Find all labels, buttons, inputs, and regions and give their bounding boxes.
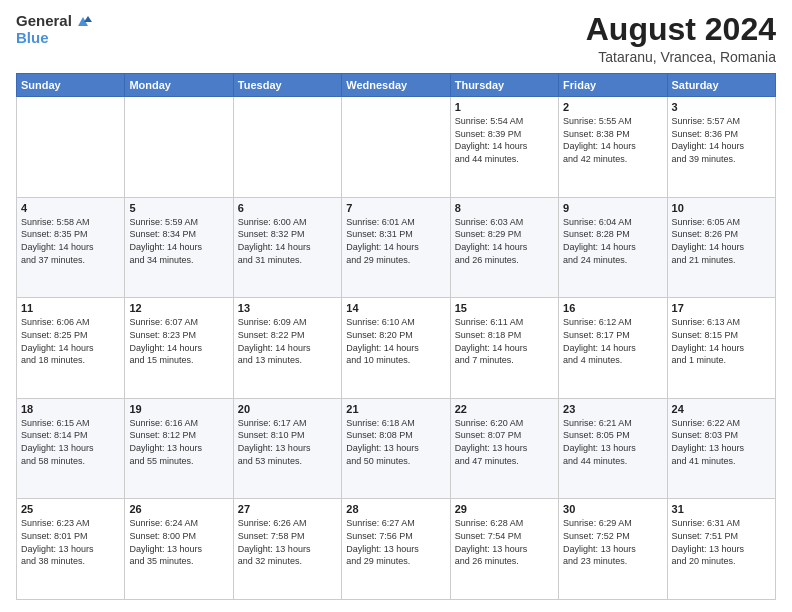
col-friday: Friday: [559, 74, 667, 97]
calendar-cell: 7Sunrise: 6:01 AM Sunset: 8:31 PM Daylig…: [342, 197, 450, 298]
day-info: Sunrise: 6:03 AM Sunset: 8:29 PM Dayligh…: [455, 216, 554, 266]
day-number: 23: [563, 403, 662, 415]
calendar-cell: 15Sunrise: 6:11 AM Sunset: 8:18 PM Dayli…: [450, 298, 558, 399]
day-number: 8: [455, 202, 554, 214]
day-number: 21: [346, 403, 445, 415]
calendar-cell: 1Sunrise: 5:54 AM Sunset: 8:39 PM Daylig…: [450, 97, 558, 198]
day-info: Sunrise: 6:12 AM Sunset: 8:17 PM Dayligh…: [563, 316, 662, 366]
day-info: Sunrise: 6:05 AM Sunset: 8:26 PM Dayligh…: [672, 216, 771, 266]
day-number: 29: [455, 503, 554, 515]
calendar-cell: 27Sunrise: 6:26 AM Sunset: 7:58 PM Dayli…: [233, 499, 341, 600]
page: General Blue August 2024 Tataranu, Vranc…: [0, 0, 792, 612]
calendar-cell: 16Sunrise: 6:12 AM Sunset: 8:17 PM Dayli…: [559, 298, 667, 399]
day-number: 15: [455, 302, 554, 314]
day-number: 14: [346, 302, 445, 314]
calendar-cell: 28Sunrise: 6:27 AM Sunset: 7:56 PM Dayli…: [342, 499, 450, 600]
week-row-1: 1Sunrise: 5:54 AM Sunset: 8:39 PM Daylig…: [17, 97, 776, 198]
calendar-cell: 13Sunrise: 6:09 AM Sunset: 8:22 PM Dayli…: [233, 298, 341, 399]
calendar-cell: 9Sunrise: 6:04 AM Sunset: 8:28 PM Daylig…: [559, 197, 667, 298]
day-number: 10: [672, 202, 771, 214]
day-info: Sunrise: 6:26 AM Sunset: 7:58 PM Dayligh…: [238, 517, 337, 567]
day-info: Sunrise: 6:27 AM Sunset: 7:56 PM Dayligh…: [346, 517, 445, 567]
calendar-cell: 24Sunrise: 6:22 AM Sunset: 8:03 PM Dayli…: [667, 398, 775, 499]
calendar-cell: [233, 97, 341, 198]
day-number: 4: [21, 202, 120, 214]
calendar-cell: 12Sunrise: 6:07 AM Sunset: 8:23 PM Dayli…: [125, 298, 233, 399]
svg-marker-1: [84, 16, 92, 22]
week-row-2: 4Sunrise: 5:58 AM Sunset: 8:35 PM Daylig…: [17, 197, 776, 298]
calendar-cell: 4Sunrise: 5:58 AM Sunset: 8:35 PM Daylig…: [17, 197, 125, 298]
col-monday: Monday: [125, 74, 233, 97]
day-number: 17: [672, 302, 771, 314]
day-info: Sunrise: 6:20 AM Sunset: 8:07 PM Dayligh…: [455, 417, 554, 467]
day-number: 31: [672, 503, 771, 515]
week-row-4: 18Sunrise: 6:15 AM Sunset: 8:14 PM Dayli…: [17, 398, 776, 499]
week-row-5: 25Sunrise: 6:23 AM Sunset: 8:01 PM Dayli…: [17, 499, 776, 600]
day-number: 3: [672, 101, 771, 113]
day-number: 24: [672, 403, 771, 415]
month-title: August 2024: [586, 12, 776, 47]
day-info: Sunrise: 6:16 AM Sunset: 8:12 PM Dayligh…: [129, 417, 228, 467]
day-info: Sunrise: 6:01 AM Sunset: 8:31 PM Dayligh…: [346, 216, 445, 266]
calendar-cell: [342, 97, 450, 198]
calendar-cell: 20Sunrise: 6:17 AM Sunset: 8:10 PM Dayli…: [233, 398, 341, 499]
day-info: Sunrise: 6:09 AM Sunset: 8:22 PM Dayligh…: [238, 316, 337, 366]
day-info: Sunrise: 6:13 AM Sunset: 8:15 PM Dayligh…: [672, 316, 771, 366]
calendar-cell: 26Sunrise: 6:24 AM Sunset: 8:00 PM Dayli…: [125, 499, 233, 600]
location-title: Tataranu, Vrancea, Romania: [586, 49, 776, 65]
day-info: Sunrise: 6:21 AM Sunset: 8:05 PM Dayligh…: [563, 417, 662, 467]
col-tuesday: Tuesday: [233, 74, 341, 97]
day-number: 11: [21, 302, 120, 314]
day-info: Sunrise: 6:29 AM Sunset: 7:52 PM Dayligh…: [563, 517, 662, 567]
day-number: 12: [129, 302, 228, 314]
logo: General Blue: [16, 12, 92, 47]
logo-general: General: [16, 13, 72, 30]
col-saturday: Saturday: [667, 74, 775, 97]
day-number: 22: [455, 403, 554, 415]
calendar-cell: 30Sunrise: 6:29 AM Sunset: 7:52 PM Dayli…: [559, 499, 667, 600]
day-number: 5: [129, 202, 228, 214]
day-info: Sunrise: 6:31 AM Sunset: 7:51 PM Dayligh…: [672, 517, 771, 567]
day-info: Sunrise: 6:07 AM Sunset: 8:23 PM Dayligh…: [129, 316, 228, 366]
day-info: Sunrise: 5:58 AM Sunset: 8:35 PM Dayligh…: [21, 216, 120, 266]
day-number: 18: [21, 403, 120, 415]
calendar-cell: 3Sunrise: 5:57 AM Sunset: 8:36 PM Daylig…: [667, 97, 775, 198]
calendar-cell: 23Sunrise: 6:21 AM Sunset: 8:05 PM Dayli…: [559, 398, 667, 499]
calendar-cell: 2Sunrise: 5:55 AM Sunset: 8:38 PM Daylig…: [559, 97, 667, 198]
day-number: 1: [455, 101, 554, 113]
day-number: 19: [129, 403, 228, 415]
calendar-cell: 5Sunrise: 5:59 AM Sunset: 8:34 PM Daylig…: [125, 197, 233, 298]
day-info: Sunrise: 6:24 AM Sunset: 8:00 PM Dayligh…: [129, 517, 228, 567]
calendar-cell: 6Sunrise: 6:00 AM Sunset: 8:32 PM Daylig…: [233, 197, 341, 298]
calendar-cell: 10Sunrise: 6:05 AM Sunset: 8:26 PM Dayli…: [667, 197, 775, 298]
calendar-table: Sunday Monday Tuesday Wednesday Thursday…: [16, 73, 776, 600]
day-info: Sunrise: 5:55 AM Sunset: 8:38 PM Dayligh…: [563, 115, 662, 165]
calendar-cell: 25Sunrise: 6:23 AM Sunset: 8:01 PM Dayli…: [17, 499, 125, 600]
day-number: 9: [563, 202, 662, 214]
calendar-cell: 8Sunrise: 6:03 AM Sunset: 8:29 PM Daylig…: [450, 197, 558, 298]
day-number: 28: [346, 503, 445, 515]
day-info: Sunrise: 5:54 AM Sunset: 8:39 PM Dayligh…: [455, 115, 554, 165]
day-info: Sunrise: 6:15 AM Sunset: 8:14 PM Dayligh…: [21, 417, 120, 467]
day-number: 7: [346, 202, 445, 214]
header: General Blue August 2024 Tataranu, Vranc…: [16, 12, 776, 65]
day-number: 13: [238, 302, 337, 314]
day-number: 27: [238, 503, 337, 515]
day-info: Sunrise: 6:04 AM Sunset: 8:28 PM Dayligh…: [563, 216, 662, 266]
day-number: 25: [21, 503, 120, 515]
day-number: 16: [563, 302, 662, 314]
calendar-cell: 31Sunrise: 6:31 AM Sunset: 7:51 PM Dayli…: [667, 499, 775, 600]
day-info: Sunrise: 6:23 AM Sunset: 8:01 PM Dayligh…: [21, 517, 120, 567]
calendar-cell: 14Sunrise: 6:10 AM Sunset: 8:20 PM Dayli…: [342, 298, 450, 399]
day-info: Sunrise: 6:22 AM Sunset: 8:03 PM Dayligh…: [672, 417, 771, 467]
day-number: 30: [563, 503, 662, 515]
calendar-cell: [125, 97, 233, 198]
day-info: Sunrise: 6:17 AM Sunset: 8:10 PM Dayligh…: [238, 417, 337, 467]
day-info: Sunrise: 6:18 AM Sunset: 8:08 PM Dayligh…: [346, 417, 445, 467]
calendar-cell: 22Sunrise: 6:20 AM Sunset: 8:07 PM Dayli…: [450, 398, 558, 499]
day-info: Sunrise: 6:10 AM Sunset: 8:20 PM Dayligh…: [346, 316, 445, 366]
day-number: 2: [563, 101, 662, 113]
calendar-cell: 11Sunrise: 6:06 AM Sunset: 8:25 PM Dayli…: [17, 298, 125, 399]
day-info: Sunrise: 6:11 AM Sunset: 8:18 PM Dayligh…: [455, 316, 554, 366]
day-info: Sunrise: 5:57 AM Sunset: 8:36 PM Dayligh…: [672, 115, 771, 165]
